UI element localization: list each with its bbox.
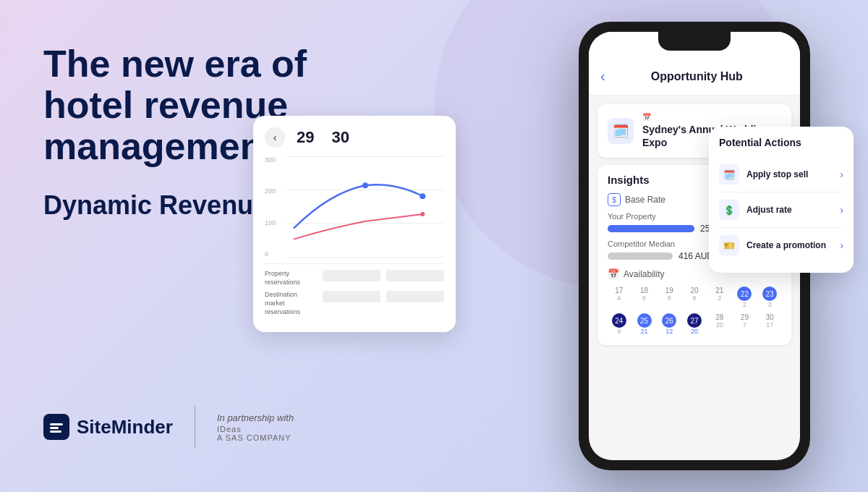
base-rate-icon: $ [608, 193, 621, 206]
bar-3 [323, 291, 380, 302]
partner-section: SiteMinder In partnership with IDeas A S… [43, 405, 294, 449]
bar-2 [386, 270, 444, 281]
chart-svg [286, 156, 444, 258]
cal-18: 188 [633, 285, 656, 310]
phone-header-title: Opportunity Hub [605, 70, 788, 83]
y-label-200: 200 [265, 187, 276, 195]
svg-rect-2 [50, 430, 61, 433]
float-dates: 29 30 [297, 128, 349, 147]
competitor-value: 416 AUD [678, 251, 713, 261]
create-promotion-icon: 🎫 [719, 235, 739, 255]
actions-title: Potential Actions [719, 137, 843, 148]
cal-21: 212 [708, 285, 731, 310]
partnership-label: In partnership with [217, 412, 294, 423]
calendar-float-card: ‹ 29 30 300 200 100 0 Pr [253, 116, 456, 332]
actions-float-card: Potential Actions 🗓️ Apply stop sell › 💲… [709, 127, 854, 273]
svg-rect-1 [50, 427, 59, 429]
cal-30: 3017 [758, 312, 781, 336]
event-sub-icon: 📅 [642, 113, 781, 121]
your-property-bar [608, 225, 694, 232]
svg-rect-0 [50, 423, 63, 425]
action-stop-sell-label: Apply stop sell [746, 169, 833, 179]
siteminder-text: SiteMinder [77, 416, 173, 438]
cal-29: 297 [733, 312, 757, 336]
cal-22: 222 [733, 285, 757, 310]
sub-title-main: Dynamic Revenue [43, 190, 275, 220]
action-create-promotion-label: Create a promotion [746, 240, 833, 250]
svg-point-3 [362, 182, 368, 188]
cal-26: 2612 [658, 312, 681, 336]
action-adjust-rate-label: Adjust rate [746, 205, 833, 215]
base-rate-label: Base Rate [625, 195, 665, 205]
bar-1 [323, 270, 380, 281]
row-bars-property [323, 270, 444, 287]
adjust-rate-icon: 💲 [719, 200, 739, 220]
cal-19: 198 [658, 285, 681, 310]
competitor-bar [608, 253, 673, 260]
table-row-property: Propertyreservations [265, 270, 444, 287]
create-promotion-chevron-icon: › [840, 239, 843, 251]
partner-divider [195, 405, 195, 449]
date-30: 30 [331, 128, 349, 147]
y-label-0: 0 [265, 250, 276, 258]
y-label-100: 100 [265, 219, 276, 226]
availability-label: Availability [624, 269, 664, 279]
date-29: 29 [297, 128, 314, 147]
row-label-destination: Destinationmarketreservations [265, 291, 323, 316]
stop-sell-chevron-icon: › [840, 169, 843, 180]
stop-sell-icon: 🗓️ [719, 164, 739, 184]
phone-back-button[interactable]: ‹ [600, 68, 605, 85]
adjust-rate-chevron-icon: › [840, 204, 843, 216]
cal-28: 2820 [708, 312, 731, 336]
cal-20-row1: 208 [683, 285, 706, 310]
chart-table-rows: Propertyreservations Destinationmarketre… [265, 263, 444, 316]
phone-notch [658, 32, 731, 51]
action-adjust-rate[interactable]: 💲 Adjust rate › [719, 192, 843, 228]
ideas-logo: IDeas A SAS COMPANY [217, 425, 294, 442]
row-label-property: Propertyreservations [265, 270, 323, 287]
chart-area: 300 200 100 0 [265, 156, 444, 258]
row-bars-destination [323, 291, 444, 316]
availability-icon: 📅 [608, 268, 619, 279]
ideas-section: In partnership with IDeas A SAS COMPANY [217, 412, 294, 442]
cal-17: 174 [608, 285, 631, 310]
event-calendar-icon: 🗓️ [608, 118, 634, 144]
cal-27: 2720 [683, 312, 706, 336]
calendar-back-button[interactable]: ‹ [265, 127, 285, 148]
action-apply-stop-sell[interactable]: 🗓️ Apply stop sell › [719, 157, 843, 192]
float-nav: ‹ 29 30 [265, 127, 444, 148]
action-create-promotion[interactable]: 🎫 Create a promotion › [719, 228, 843, 263]
bar-4 [386, 291, 444, 302]
y-label-300: 300 [265, 156, 276, 164]
siteminder-logo: SiteMinder [43, 414, 173, 440]
svg-point-4 [420, 193, 425, 199]
siteminder-icon [43, 414, 69, 440]
table-row-destination: Destinationmarketreservations [265, 291, 444, 316]
y-axis-labels: 300 200 100 0 [265, 156, 276, 258]
cal-23: 233 [758, 285, 781, 310]
mini-calendar-grid: 174 188 198 208 212 222 233 249 2521 261… [608, 285, 781, 336]
svg-point-5 [420, 212, 425, 216]
cal-25: 2521 [633, 312, 656, 336]
cal-24: 249 [608, 312, 631, 336]
